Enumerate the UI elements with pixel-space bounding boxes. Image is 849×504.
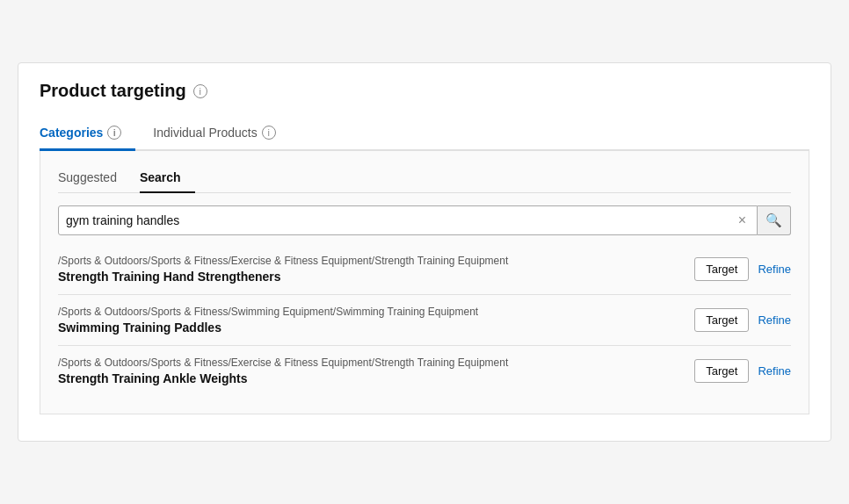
clear-search-button[interactable]: × bbox=[735, 213, 750, 227]
refine-link-2[interactable]: Refine bbox=[758, 364, 791, 378]
tab-categories-label: Categories bbox=[40, 126, 103, 140]
result-info: /Sports & Outdoors/Sports & Fitness/Swim… bbox=[58, 306, 478, 335]
sub-tab-search[interactable]: Search bbox=[140, 165, 195, 193]
tab-individual-products-info-icon[interactable]: i bbox=[262, 126, 276, 140]
target-button-2[interactable]: Target bbox=[694, 359, 749, 383]
top-tabs-bar: Categories i Individual Products i bbox=[40, 117, 809, 151]
search-input[interactable] bbox=[66, 213, 735, 227]
search-input-wrapper: × bbox=[58, 205, 758, 235]
result-actions: Target Refine bbox=[694, 359, 791, 383]
result-breadcrumb: /Sports & Outdoors/Sports & Fitness/Exer… bbox=[58, 255, 508, 267]
table-row: /Sports & Outdoors/Sports & Fitness/Exer… bbox=[58, 244, 791, 295]
result-actions: Target Refine bbox=[694, 308, 791, 332]
refine-link-0[interactable]: Refine bbox=[758, 263, 791, 276]
page-title-info-icon[interactable]: i bbox=[193, 84, 207, 98]
result-breadcrumb: /Sports & Outdoors/Sports & Fitness/Exer… bbox=[58, 356, 508, 369]
result-actions: Target Refine bbox=[694, 257, 791, 281]
sub-tab-search-label: Search bbox=[140, 170, 181, 184]
result-breadcrumb: /Sports & Outdoors/Sports & Fitness/Swim… bbox=[58, 306, 478, 318]
result-info: /Sports & Outdoors/Sports & Fitness/Exer… bbox=[58, 255, 508, 284]
result-name: Strength Training Ankle Weights bbox=[58, 371, 508, 385]
table-row: /Sports & Outdoors/Sports & Fitness/Swim… bbox=[58, 295, 791, 346]
search-row: × 🔍 bbox=[58, 205, 791, 235]
tab-categories[interactable]: Categories i bbox=[40, 117, 135, 151]
tab-categories-info-icon[interactable]: i bbox=[107, 126, 121, 140]
page-title: Product targeting bbox=[40, 81, 186, 101]
result-name: Strength Training Hand Strengtheners bbox=[58, 270, 508, 284]
tab-individual-products[interactable]: Individual Products i bbox=[153, 117, 289, 151]
result-name: Swimming Training Paddles bbox=[58, 320, 478, 335]
target-button-0[interactable]: Target bbox=[694, 257, 749, 281]
inner-panel: Suggested Search × 🔍 /Sports & Outdoors/… bbox=[40, 151, 809, 414]
result-info: /Sports & Outdoors/Sports & Fitness/Exer… bbox=[58, 356, 508, 385]
tab-individual-products-label: Individual Products bbox=[153, 126, 257, 140]
target-button-1[interactable]: Target bbox=[694, 308, 749, 332]
search-button[interactable]: 🔍 bbox=[758, 205, 791, 235]
product-targeting-panel: Product targeting i Categories i Individ… bbox=[18, 62, 831, 442]
table-row: /Sports & Outdoors/Sports & Fitness/Exer… bbox=[58, 346, 791, 396]
results-list: /Sports & Outdoors/Sports & Fitness/Exer… bbox=[58, 244, 791, 396]
page-title-row: Product targeting i bbox=[40, 81, 809, 101]
sub-tab-suggested[interactable]: Suggested bbox=[58, 165, 131, 193]
sub-tabs-bar: Suggested Search bbox=[58, 165, 791, 193]
search-icon: 🔍 bbox=[766, 212, 782, 228]
refine-link-1[interactable]: Refine bbox=[758, 313, 791, 327]
sub-tab-suggested-label: Suggested bbox=[58, 170, 117, 184]
